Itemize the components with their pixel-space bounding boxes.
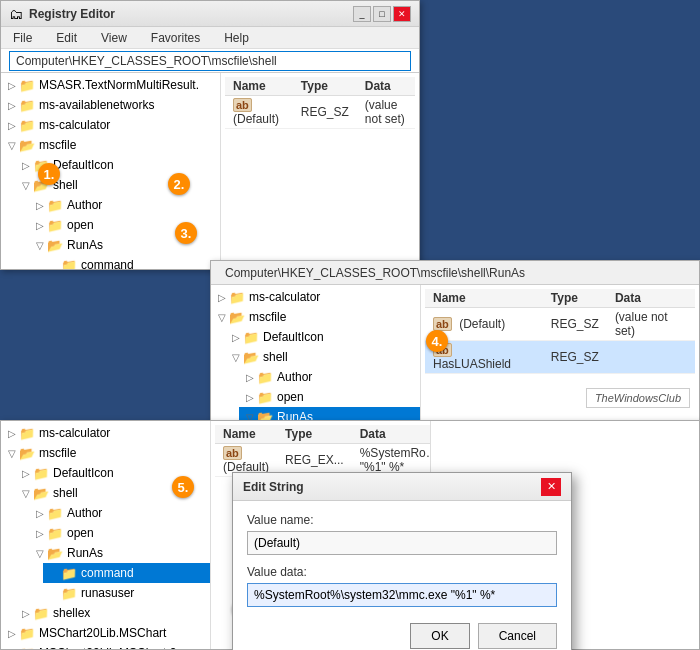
tree-item-defaulticon-2[interactable]: ▷ 📁 DefaultIcon [225,327,420,347]
address-text-2: Computer\HKEY_CLASSES_ROOT\mscfile\shell… [219,264,531,282]
tree-label: RunAs [67,546,103,560]
expand-icon: ▷ [19,160,33,171]
tree-item-author-3[interactable]: ▷ 📁 Author [29,503,210,523]
reg-type-icon: ab [233,98,252,112]
menu-favorites-1[interactable]: Favorites [147,30,204,46]
reg-type-icon: ab [433,317,452,331]
table-row[interactable]: ab (Default) REG_SZ (value not set) [225,96,415,129]
title-bar-1: 🗂 Registry Editor _ □ ✕ [1,1,419,27]
tree-item-runas-3[interactable]: ▽ 📂 RunAs [29,543,210,563]
tree-item-msasr[interactable]: ▷ 📁 MSASR.TextNormMultiResult. [1,75,220,95]
dialog-buttons: OK Cancel [247,623,557,649]
tree-item-ms-calc-3[interactable]: ▷ 📁 ms-calculator [1,423,210,443]
tree-item-open-3[interactable]: ▷ 📁 open [29,523,210,543]
tree-label: mscfile [249,310,286,324]
table-row[interactable]: ab HasLUAShield REG_SZ [425,341,695,374]
tree-item-ms-available[interactable]: ▷ 📁 ms-availablenetworks [1,95,220,115]
folder-icon: 📁 [19,118,35,133]
folder-icon: 📁 [61,566,77,581]
tree-item-ms-calculator[interactable]: ▷ 📁 ms-calculator [1,115,220,135]
tree-label: MSChart20Lib.MSChart [39,626,166,640]
tree-item-ms-calc-2[interactable]: ▷ 📁 ms-calculator [211,287,420,307]
menu-bar-1: File Edit View Favorites Help [1,27,419,49]
menu-view-1[interactable]: View [97,30,131,46]
tree-item-command-3[interactable]: 📁 command [43,563,210,583]
col-name-1: Name [225,77,293,96]
expand-icon: ▷ [229,332,243,343]
value-name-input[interactable] [247,531,557,555]
dialog-title-bar: Edit String ✕ [233,473,571,501]
cancel-button[interactable]: Cancel [478,623,557,649]
close-button-1[interactable]: ✕ [393,6,411,22]
expand-icon: ▽ [19,180,33,191]
tree-label: DefaultIcon [53,466,114,480]
folder-icon: 📂 [47,238,63,253]
tree-label: open [277,390,304,404]
tree-item-shell-2[interactable]: ▽ 📂 shell [225,347,420,367]
annotation-4: 4. [426,330,448,352]
edit-string-dialog: Edit String ✕ Value name: Value data: OK… [232,472,572,650]
tree-label: MSChart20Lib.MSChart.2 [39,646,176,649]
tree-item-author[interactable]: ▷ 📁 Author [29,195,220,215]
reg-type-cell: REG_SZ [543,341,607,374]
main-content-1: ▷ 📁 MSASR.TextNormMultiResult. ▷ 📁 ms-av… [1,73,419,269]
tree-label: DefaultIcon [263,330,324,344]
folder-icon: 📁 [19,98,35,113]
reg-type-cell: REG_SZ [293,96,357,129]
maximize-button-1[interactable]: □ [373,6,391,22]
expand-icon: ▷ [19,608,33,619]
folder-icon: 📂 [19,446,35,461]
address-input-1[interactable] [9,51,411,71]
tree-item-runasuser[interactable]: 📁 runasuser [43,583,210,603]
dialog-close-button[interactable]: ✕ [541,478,561,496]
expand-icon: ▷ [5,120,19,131]
folder-icon: 📁 [61,586,77,601]
minimize-button-1[interactable]: _ [353,6,371,22]
address-bar-1 [1,49,419,73]
tree-item-author-2[interactable]: ▷ 📁 Author [239,367,420,387]
tree-item-shellex[interactable]: ▷ 📁 shellex [15,603,210,623]
folder-icon: 📁 [19,626,35,641]
expand-icon: ▽ [5,140,19,151]
expand-icon: ▽ [33,548,47,559]
expand-icon: ▽ [5,448,19,459]
menu-help-1[interactable]: Help [220,30,253,46]
reg-type-cell: REG_SZ [543,308,607,341]
col-type-1: Type [293,77,357,96]
expand-icon: ▷ [5,428,19,439]
tree-label: ms-availablenetworks [39,98,154,112]
folder-icon: 📂 [229,310,245,325]
col-name-2: Name [425,289,543,308]
menu-edit-1[interactable]: Edit [52,30,81,46]
tree-item-command[interactable]: 📁 command [43,255,220,269]
tree-item-mscfile-2[interactable]: ▽ 📂 mscfile [211,307,420,327]
tree-label: runasuser [81,586,134,600]
tree-item-mschart[interactable]: ▷ 📁 MSChart20Lib.MSChart [1,623,210,643]
reg-name: (Default) [233,112,279,126]
tree-item-mscfile-3[interactable]: ▽ 📂 mscfile [1,443,210,463]
expand-icon: ▷ [19,468,33,479]
tree-item-mscfile[interactable]: ▽ 📂 mscfile [1,135,220,155]
folder-icon: 📁 [47,198,63,213]
tree-label: Author [277,370,312,384]
registry-values-1: Name Type Data ab (Default) REG_SZ (valu… [221,73,419,269]
ok-button[interactable]: OK [410,623,469,649]
expand-icon: ▽ [33,240,47,251]
value-data-label: Value data: [247,565,557,579]
watermark: TheWindowsClub [586,388,690,408]
folder-icon: 📁 [243,330,259,345]
tree-label: RunAs [67,238,103,252]
value-data-input[interactable] [247,583,557,607]
tree-item-mschart2[interactable]: ▷ 📁 MSChart20Lib.MSChart.2 [1,643,210,649]
expand-icon: ▷ [5,80,19,91]
folder-icon: 📁 [19,646,35,650]
folder-icon: 📂 [47,546,63,561]
expand-icon: ▷ [33,508,47,519]
tree-item-open-2[interactable]: ▷ 📁 open [239,387,420,407]
app-icon-1: 🗂 [9,6,23,22]
window-controls-1: _ □ ✕ [353,6,411,22]
panel1-window: 🗂 Registry Editor _ □ ✕ File Edit View F… [0,0,420,270]
menu-file-1[interactable]: File [9,30,36,46]
col-type-2: Type [543,289,607,308]
table-row[interactable]: ab (Default) REG_SZ (value not set) [425,308,695,341]
